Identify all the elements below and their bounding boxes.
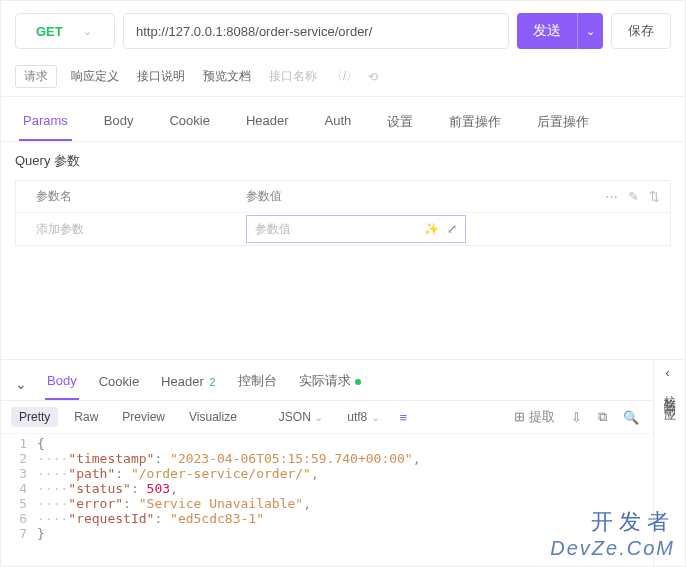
param-value-input[interactable]: 参数值 ✨ ⤢: [246, 215, 466, 243]
resp-tab-cookie[interactable]: Cookie: [97, 370, 141, 399]
method-select[interactable]: GET ⌄: [15, 13, 115, 49]
response-body-code[interactable]: 1{2····"timestamp": "2023-04-06T05:15:59…: [1, 434, 653, 543]
encoding-select[interactable]: utf8 ⌄: [339, 407, 387, 427]
validate-label: 校验响应: [661, 386, 678, 402]
extract-button[interactable]: ⊞ 提取: [510, 408, 559, 426]
subtab-pre[interactable]: 前置操作: [445, 107, 505, 141]
extract-label: 提取: [529, 409, 555, 424]
resp-tab-console[interactable]: 控制台: [236, 368, 279, 400]
query-section-title: Query 参数: [1, 142, 685, 180]
search-icon[interactable]: 🔍: [619, 410, 643, 425]
wrap-icon[interactable]: ≡: [396, 410, 412, 425]
subtab-post[interactable]: 后置操作: [533, 107, 593, 141]
chevron-down-icon: ⌄: [314, 411, 323, 423]
api-name-placeholder[interactable]: 接口名称: [265, 66, 321, 87]
subtab-body[interactable]: Body: [100, 107, 138, 141]
magic-icon[interactable]: ✨: [424, 222, 439, 236]
view-visualize[interactable]: Visualize: [181, 407, 245, 427]
tab-request[interactable]: 请求: [15, 65, 57, 88]
subtab-params[interactable]: Params: [19, 107, 72, 141]
save-button[interactable]: 保存: [611, 13, 671, 49]
header-count-badge: 2: [209, 376, 215, 388]
subtab-settings[interactable]: 设置: [383, 107, 417, 141]
resp-tab-actual[interactable]: 实际请求: [297, 368, 363, 400]
resp-tab-body[interactable]: Body: [45, 369, 79, 400]
subtab-cookie[interactable]: Cookie: [165, 107, 213, 141]
resp-tab-actual-label: 实际请求: [299, 373, 351, 388]
download-icon[interactable]: ⇩: [567, 410, 586, 425]
subtab-auth[interactable]: Auth: [321, 107, 356, 141]
more-icon[interactable]: ⋯: [605, 189, 618, 204]
send-button-label: 发送: [517, 22, 577, 40]
add-param-input[interactable]: 添加参数: [16, 221, 236, 238]
subtab-header[interactable]: Header: [242, 107, 293, 141]
url-input[interactable]: http://127.0.0.1:8088/order-service/orde…: [123, 13, 509, 49]
resp-tab-header-label: Header: [161, 374, 204, 389]
encoding-label: utf8: [347, 410, 367, 424]
code-icon: 〈/〉: [331, 68, 358, 85]
resp-tab-header[interactable]: Header 2: [159, 370, 217, 399]
chevron-down-icon: ⌄: [83, 25, 92, 38]
query-col-value: 参数值: [236, 188, 605, 205]
validate-sidebar[interactable]: ‹ 校验响应: [653, 360, 685, 566]
status-dot-icon: [355, 379, 361, 385]
tab-response-def[interactable]: 响应定义: [67, 66, 123, 87]
refresh-icon[interactable]: ⟲: [368, 70, 378, 84]
query-table: 参数名 参数值 ⋯ ✎ ⇅ 添加参数 参数值 ✨ ⤢: [15, 180, 671, 246]
query-col-name: 参数名: [16, 188, 236, 205]
chevron-down-icon: ⌄: [586, 25, 595, 38]
send-button[interactable]: 发送 ⌄: [517, 13, 603, 49]
chevron-down-icon: ⌄: [371, 411, 380, 423]
chevron-left-icon: ‹: [666, 366, 674, 380]
reorder-icon[interactable]: ⇅: [649, 189, 660, 204]
view-preview[interactable]: Preview: [114, 407, 173, 427]
expand-icon[interactable]: ⤢: [447, 222, 457, 236]
method-label: GET: [36, 24, 63, 39]
tab-api-desc[interactable]: 接口说明: [133, 66, 189, 87]
view-pretty[interactable]: Pretty: [11, 407, 58, 427]
copy-icon[interactable]: ⧉: [594, 409, 611, 425]
format-select[interactable]: JSON ⌄: [271, 407, 331, 427]
tab-preview-doc[interactable]: 预览文档: [199, 66, 255, 87]
view-raw[interactable]: Raw: [66, 407, 106, 427]
format-label: JSON: [279, 410, 311, 424]
collapse-icon[interactable]: ⌄: [15, 376, 27, 392]
param-value-placeholder: 参数值: [255, 221, 291, 238]
send-dropdown[interactable]: ⌄: [577, 13, 603, 49]
bulk-edit-icon[interactable]: ✎: [628, 189, 639, 204]
